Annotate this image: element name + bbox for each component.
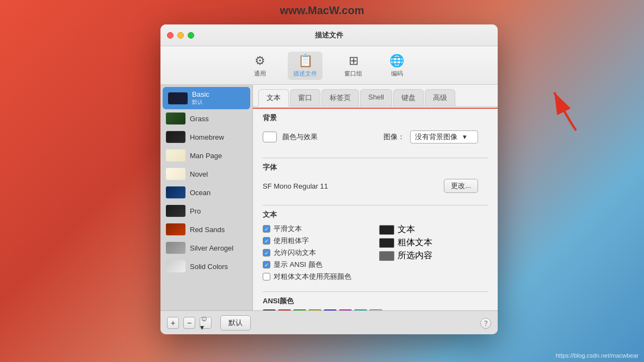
- image-select[interactable]: 没有背景图像 ▾: [410, 130, 478, 143]
- checkbox-bold: 使用粗体字: [263, 236, 368, 246]
- window-title: 描述文件: [315, 30, 343, 40]
- sidebar-item-manpage[interactable]: Man Page: [160, 146, 252, 165]
- tab-advanced[interactable]: 高级: [425, 89, 455, 106]
- text-color-item: 文本: [379, 224, 488, 235]
- zoom-button[interactable]: [188, 32, 194, 39]
- sidebar-sublabel-basic: 默认: [192, 98, 209, 106]
- sidebar-item-novel[interactable]: Novel: [160, 165, 252, 183]
- bottom-bar: + − ☺▾ 默认 ?: [160, 310, 498, 334]
- tab-window[interactable]: 窗口: [290, 89, 320, 106]
- text-checkboxes: 平滑文本 使用粗体字 允许闪动文本 显示 ANSI 颜色: [263, 224, 368, 284]
- toolbar-windowgroup-label: 窗口组: [344, 70, 362, 78]
- profile-icon: 📋: [298, 54, 313, 68]
- toolbar-profile[interactable]: 📋 描述文件: [288, 52, 323, 80]
- thumb-ocean: [166, 186, 185, 198]
- sidebar-item-solidcolors[interactable]: Solid Colors: [160, 257, 252, 276]
- checkbox-blink: 允许闪动文本: [263, 248, 368, 258]
- text-columns: 平滑文本 使用粗体字 允许闪动文本 显示 ANSI 颜色: [263, 224, 488, 284]
- toolbar-general[interactable]: ⚙ 通用: [249, 52, 271, 80]
- tab-text[interactable]: 文本: [258, 89, 289, 107]
- ansi-color-label: 显示 ANSI 颜色: [274, 260, 323, 270]
- bottom-link: https://blog.csdn.net/macwbear: [556, 352, 639, 359]
- watermark: www.MacW.com: [280, 4, 364, 17]
- toolbar-general-label: 通用: [254, 70, 266, 78]
- thumb-solidcolors: [166, 260, 185, 272]
- divider-3: [263, 291, 488, 292]
- close-button[interactable]: [167, 32, 174, 39]
- sidebar-item-silveraerogel[interactable]: Silver Aerogel: [160, 239, 252, 257]
- thumb-basic: [168, 92, 188, 104]
- checkbox-smooth: 平滑文本: [263, 224, 368, 234]
- thumb-novel: [166, 168, 185, 180]
- toolbar-encode[interactable]: 🌐 编码: [384, 52, 410, 80]
- sidebar-item-redsands[interactable]: Red Sands: [160, 220, 252, 239]
- selection-color-item: 所选内容: [379, 250, 488, 261]
- background-section: 背景 颜色与效果 图像： 没有背景图像 ▾: [253, 113, 498, 155]
- tab-tags[interactable]: 标签页: [321, 89, 359, 106]
- text-color-label: 文本: [398, 224, 415, 235]
- smooth-text-label: 平滑文本: [274, 224, 302, 234]
- sidebar-item-pro[interactable]: Pro: [160, 202, 252, 220]
- toolbar-windowgroup[interactable]: ⊞ 窗口组: [339, 52, 368, 80]
- sidebar-item-grass[interactable]: Grass: [160, 109, 252, 128]
- sidebar-label-solidcolors: Solid Colors: [190, 263, 228, 271]
- font-section-title: 字体: [263, 163, 488, 172]
- bg-row: 颜色与效果 图像： 没有背景图像 ▾: [263, 127, 488, 147]
- selection-color-swatch[interactable]: [379, 251, 394, 261]
- add-button[interactable]: +: [167, 317, 179, 329]
- windowgroup-icon: ⊞: [349, 54, 358, 68]
- minimize-button[interactable]: [177, 32, 184, 39]
- sidebar-label-manpage: Man Page: [190, 152, 222, 160]
- color-effects-label: 颜色与效果: [282, 132, 318, 142]
- sidebar-item-homebrew[interactable]: Homebrew: [160, 128, 252, 146]
- bold-color-label: 粗体文本: [398, 237, 432, 248]
- sidebar-label-pro: Pro: [190, 207, 201, 215]
- sidebar: Basic 默认 Grass Homebrew Man Page: [160, 85, 253, 324]
- arrow-annotation: [532, 71, 587, 136]
- sidebar-label-basic: Basic: [192, 90, 209, 98]
- bold-font-label: 使用粗体字: [274, 236, 309, 246]
- checkbox-bright: 对粗体文本使用亮丽颜色: [263, 272, 368, 282]
- bold-font-checkbox[interactable]: [263, 237, 270, 245]
- smooth-text-checkbox[interactable]: [263, 225, 270, 233]
- image-select-value: 没有背景图像: [415, 133, 457, 141]
- bold-color-swatch[interactable]: [379, 238, 394, 248]
- divider-2: [263, 205, 488, 205]
- text-section: 文本 平滑文本 使用粗体字 允许闪动文本: [253, 210, 498, 289]
- sidebar-label-silveraerogel: Silver Aerogel: [190, 244, 233, 252]
- help-button[interactable]: ?: [480, 318, 491, 329]
- blink-text-checkbox[interactable]: [263, 249, 270, 257]
- divider-1: [263, 158, 488, 158]
- content-area: Basic 默认 Grass Homebrew Man Page: [160, 85, 498, 324]
- thumb-grass: [166, 113, 185, 124]
- bright-bold-checkbox[interactable]: [263, 273, 270, 280]
- sidebar-label-redsands: Red Sands: [190, 226, 225, 234]
- sidebar-item-ocean[interactable]: Ocean: [160, 183, 252, 202]
- gear-icon: ⚙: [255, 54, 265, 68]
- toolbar-profile-label: 描述文件: [293, 70, 317, 78]
- color-well[interactable]: [263, 132, 277, 142]
- remove-button[interactable]: −: [183, 317, 195, 329]
- ansi-section-title: ANSI颜色: [263, 296, 488, 306]
- text-color-swatch[interactable]: [379, 225, 394, 235]
- ansi-color-checkbox[interactable]: [263, 261, 270, 269]
- tab-keyboard[interactable]: 键盘: [393, 89, 424, 106]
- toolbar: ⚙ 通用 📋 描述文件 ⊞ 窗口组 🌐 编码: [160, 46, 498, 85]
- default-button[interactable]: 默认: [220, 315, 251, 330]
- thumb-pro: [166, 205, 185, 217]
- action-button[interactable]: ☺▾: [200, 317, 212, 329]
- sidebar-label-grass: Grass: [190, 115, 209, 123]
- encode-icon: 🌐: [389, 54, 404, 68]
- blink-text-label: 允许闪动文本: [274, 248, 316, 258]
- main-panel: 文本 窗口 标签页 Shell 键盘 高级 背景 颜色与效果 图像： 没有背景图…: [253, 85, 498, 324]
- sidebar-item-basic[interactable]: Basic 默认: [163, 87, 250, 109]
- title-bar: 描述文件: [160, 24, 498, 46]
- font-row: SF Mono Regular 11 更改...: [263, 177, 488, 195]
- text-section-title: 文本: [263, 210, 488, 220]
- toolbar-encode-label: 编码: [391, 70, 403, 78]
- change-font-button[interactable]: 更改...: [444, 179, 478, 193]
- thumb-silveraerogel: [166, 242, 185, 254]
- item-text-basic: Basic 默认: [192, 90, 209, 106]
- tab-shell[interactable]: Shell: [360, 89, 392, 106]
- main-window: 描述文件 ⚙ 通用 📋 描述文件 ⊞ 窗口组 🌐 编码 Basic: [160, 24, 498, 334]
